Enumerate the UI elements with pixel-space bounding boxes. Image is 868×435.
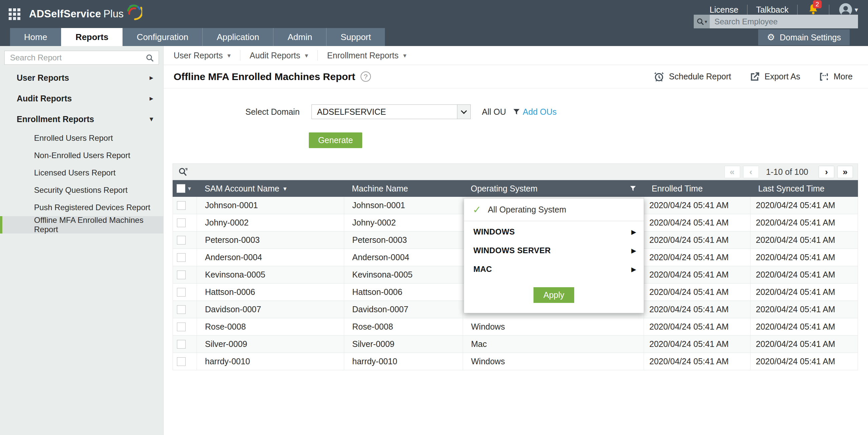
row-checkbox[interactable] — [177, 305, 186, 314]
sidebar-item-enrolled-users-report[interactable]: Enrolled Users Report — [0, 129, 163, 147]
row-checkbox[interactable] — [177, 253, 186, 262]
os-filter-dropdown: ✓ All Operating System WINDOWS ▶ WINDOWS… — [464, 198, 644, 313]
column-label: Enrolled Time — [652, 184, 703, 194]
cell-synced: 2020/04/24 05:41 AM — [750, 283, 858, 301]
column-header-synced[interactable]: Last Synced Time — [750, 180, 858, 197]
cell-synced: 2020/04/24 05:41 AM — [750, 266, 858, 283]
cell-enrolled: 2020/04/24 05:41 AM — [644, 197, 750, 214]
tab-application[interactable]: Application — [202, 28, 273, 46]
sidebar: User Reports ▸ Audit Reports ▸ Enrollmen… — [0, 46, 163, 435]
help-icon[interactable]: ? — [361, 71, 371, 82]
row-checkbox[interactable] — [177, 219, 186, 227]
sort-caret-icon: ▾ — [283, 185, 287, 193]
chevron-down-icon[interactable]: ▾ — [188, 185, 191, 192]
first-page-button[interactable]: « — [724, 166, 740, 178]
select-all-checkbox[interactable] — [177, 184, 185, 193]
cell-synced: 2020/04/24 05:41 AM — [750, 232, 858, 248]
schedule-report-button[interactable]: Schedule Report — [654, 71, 731, 82]
chevron-down-icon: ▾ — [305, 52, 308, 59]
last-page-button[interactable]: » — [837, 166, 853, 178]
table-toolbar: « ‹ 1-10 of 100 › » — [173, 163, 858, 180]
tab-support[interactable]: Support — [326, 28, 385, 46]
prev-page-button[interactable]: ‹ — [743, 166, 759, 178]
row-checkbox[interactable] — [177, 288, 186, 297]
filter-funnel-icon[interactable] — [630, 185, 636, 192]
dropdown-label: User Reports — [174, 51, 223, 60]
row-checkbox[interactable] — [177, 201, 186, 210]
select-chevron[interactable] — [457, 105, 470, 119]
tab-admin[interactable]: Admin — [273, 28, 326, 46]
table-row: harrdy-0010 harrdy-0010 Windows 2020/04/… — [173, 353, 858, 370]
cell-sam: Peterson-0003 — [197, 232, 344, 248]
cell-enrolled: 2020/04/24 05:41 AM — [644, 336, 750, 353]
cell-machine: Peterson-0003 — [344, 232, 463, 248]
more-button[interactable]: More — [819, 72, 852, 82]
talkback-link[interactable]: Talkback — [747, 5, 797, 15]
license-link[interactable]: License — [701, 5, 747, 15]
cell-machine: harrdy-0010 — [344, 353, 463, 370]
os-filter-all-option[interactable]: ✓ All Operating System — [464, 199, 644, 221]
notifications-button[interactable]: 2 — [808, 3, 819, 16]
next-page-button[interactable]: › — [818, 166, 834, 178]
cell-synced: 2020/04/24 05:41 AM — [750, 214, 858, 231]
table-row: Rose-0008 Rose-0008 Windows 2020/04/24 0… — [173, 318, 858, 336]
chevron-down-icon: ▾ — [227, 52, 231, 59]
os-filter-group-windows-server[interactable]: WINDOWS SERVER ▶ — [464, 242, 644, 259]
chevron-right-icon: ▸ — [150, 73, 153, 82]
cell-sam: harrdy-0010 — [197, 353, 344, 370]
sidebar-item-enrollment-reports[interactable]: Enrollment Reports ▾ — [0, 109, 163, 129]
tab-reports[interactable]: Reports — [61, 28, 122, 46]
column-header-os[interactable]: Operating System — [463, 180, 644, 197]
row-checkbox[interactable] — [177, 357, 186, 366]
cell-sam: Rose-0008 — [197, 318, 344, 335]
domain-settings-button[interactable]: ⚙ Domain Settings — [758, 29, 850, 45]
search-icon[interactable] — [146, 54, 154, 62]
search-icon — [696, 18, 705, 26]
column-header-sam[interactable]: SAM Account Name ▾ — [197, 180, 344, 197]
column-header-machine[interactable]: Machine Name — [344, 180, 463, 197]
sidebar-item-licensed-users-report[interactable]: Licensed Users Report — [0, 164, 163, 181]
employee-search: ▾ — [694, 15, 858, 28]
sidebar-item-audit-reports[interactable]: Audit Reports ▸ — [0, 88, 163, 109]
app-window: ADSelfService Plus License Talkback — [0, 0, 868, 435]
cell-machine: Kevinsona-0005 — [344, 266, 463, 283]
row-checkbox[interactable] — [177, 340, 186, 348]
row-checkbox[interactable] — [177, 271, 186, 279]
dropdown-label: Audit Reports — [250, 51, 300, 60]
add-ous-link[interactable]: Add OUs — [523, 107, 557, 117]
employee-search-input[interactable] — [710, 15, 858, 28]
domain-select-row: Select Domain ADSELFSERVICE All OU Add O… — [163, 104, 868, 119]
search-scope-button[interactable]: ▾ — [694, 15, 710, 28]
export-as-button[interactable]: Export As — [750, 72, 800, 82]
report-search-input[interactable] — [4, 51, 159, 65]
table-search-icon[interactable] — [178, 167, 188, 177]
sidebar-item-non-enrolled-users-report[interactable]: Non-Enrolled Users Report — [0, 147, 163, 164]
action-label: Export As — [765, 72, 800, 81]
filter-funnel-icon[interactable] — [513, 108, 520, 115]
sidebar-item-security-questions-report[interactable]: Security Questions Report — [0, 181, 163, 199]
user-reports-dropdown[interactable]: User Reports ▾ — [174, 51, 240, 60]
sidebar-item-user-reports[interactable]: User Reports ▸ — [0, 67, 163, 88]
sidebar-item-offline-mfa-enrolled-machines-report[interactable]: Offline MFA Enrolled Machines Report — [0, 216, 163, 234]
apps-grid-icon[interactable] — [9, 8, 20, 20]
enrollment-reports-dropdown[interactable]: Enrollment Reports ▾ — [318, 51, 416, 60]
row-checkbox[interactable] — [177, 323, 186, 331]
tab-home[interactable]: Home — [10, 28, 61, 46]
cell-enrolled: 2020/04/24 05:41 AM — [644, 318, 750, 335]
audit-reports-dropdown[interactable]: Audit Reports ▾ — [240, 51, 317, 60]
cell-enrolled: 2020/04/24 05:41 AM — [644, 353, 750, 370]
generate-button[interactable]: Generate — [309, 132, 362, 148]
chevron-right-icon: ▸ — [150, 94, 153, 103]
tab-configuration[interactable]: Configuration — [123, 28, 203, 46]
gear-icon: ⚙ — [767, 32, 775, 43]
cell-enrolled: 2020/04/24 05:41 AM — [644, 214, 750, 231]
os-filter-group-windows[interactable]: WINDOWS ▶ — [464, 224, 644, 240]
sidebar-item-push-registered-devices-report[interactable]: Push Registered Devices Report — [0, 199, 163, 216]
row-checkbox[interactable] — [177, 236, 186, 244]
column-header-enrolled[interactable]: Enrolled Time — [644, 180, 750, 197]
os-filter-group-mac[interactable]: MAC ▶ — [464, 261, 644, 277]
check-icon: ✓ — [473, 204, 481, 215]
cell-sam: Hattson-0006 — [197, 283, 344, 301]
apply-button[interactable]: Apply — [533, 287, 574, 303]
domain-select[interactable]: ADSELFSERVICE — [311, 104, 471, 119]
